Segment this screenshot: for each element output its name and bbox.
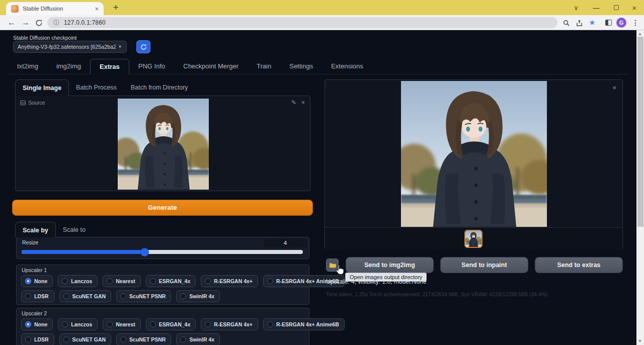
source-label-row: Source	[20, 100, 45, 106]
source-label: Source	[28, 100, 45, 106]
gallery-thumbnail-strip	[325, 227, 622, 250]
checkpoint-dropdown[interactable]: Anything-V3-fp32.safetensors [625a2ba2] …	[13, 41, 127, 53]
upscaler1-panel: Upscaler 1 None Lanczos Nearest ESRGAN_4…	[16, 265, 309, 305]
extras-left-column: Single Image Batch Process Batch from Di…	[12, 79, 313, 345]
upscaler1-option-swinir4x[interactable]: SwinIR 4x	[176, 290, 220, 302]
performance-info-text: Time taken: 1.25s Torch active/reserved:…	[326, 291, 548, 297]
side-panel-icon[interactable]	[602, 16, 615, 29]
tab-scale-by[interactable]: Scale by	[15, 222, 56, 237]
gallery-close-icon[interactable]: ×	[612, 84, 616, 92]
upscaler1-option-esrgan4x[interactable]: ESRGAN_4x	[146, 275, 196, 287]
window-menu-chevron-icon[interactable]: ∨	[569, 0, 584, 15]
mouse-cursor-hand-icon	[335, 264, 345, 277]
upscaler2-option-nearest[interactable]: Nearest	[103, 318, 141, 330]
scrollbar-thumb[interactable]	[637, 37, 643, 227]
new-tab-button[interactable]: +	[110, 2, 122, 14]
tab-batch-from-directory[interactable]: Batch from Directory	[124, 79, 195, 96]
tab-img2img[interactable]: img2img	[47, 59, 90, 74]
url-text: 127.0.0.1:7860	[64, 19, 106, 26]
browser-tab[interactable]: Stable Diffusion ×	[6, 2, 104, 15]
upscaler1-option-resrgan4x[interactable]: R-ESRGAN 4x+	[201, 275, 258, 287]
tab-extensions[interactable]: Extensions	[322, 59, 372, 74]
browser-tab-title: Stable Diffusion	[23, 6, 94, 12]
tab-train[interactable]: Train	[248, 59, 280, 74]
checkpoint-value: Anything-V3-fp32.safetensors [625a2ba2]	[18, 44, 116, 50]
window-close-button[interactable]: ×	[627, 0, 642, 15]
send-to-extras-button[interactable]: Send to extras	[535, 257, 623, 273]
tab-settings[interactable]: Settings	[280, 59, 322, 74]
back-icon[interactable]: ←	[5, 16, 18, 29]
tab-png-info[interactable]: PNG Info	[129, 59, 174, 74]
upscaler2-label: Upscaler 2	[22, 310, 47, 316]
image-icon	[20, 100, 26, 106]
tab-extras[interactable]: Extras	[90, 59, 129, 74]
site-info-icon[interactable]: ⓘ	[53, 19, 59, 27]
gallery-thumbnail-selected[interactable]	[464, 230, 482, 248]
upscaler2-panel: Upscaler 2 None Lanczos Nearest ESRGAN_4…	[16, 308, 309, 345]
upscaler1-option-ldsr[interactable]: LDSR	[21, 290, 54, 302]
avatar[interactable]: G	[615, 16, 628, 29]
scrollbar-up-arrow[interactable]	[638, 33, 641, 35]
tab-txt2img[interactable]: txt2img	[8, 59, 47, 74]
resize-label: Resize	[22, 239, 38, 245]
browser-menu-icon[interactable]: ⋮	[629, 16, 642, 29]
stable-diffusion-favicon-icon	[11, 5, 19, 13]
resize-value-input[interactable]: 4	[264, 239, 307, 247]
extras-right-column: × Send to img2img Send to inpaint Send t…	[325, 79, 623, 341]
gallery-actions-row: Send to img2img Send to inpaint Send to …	[325, 257, 623, 273]
result-gallery: ×	[325, 79, 623, 250]
send-to-inpaint-button[interactable]: Send to inpaint	[440, 257, 528, 273]
chevron-down-icon: ▼	[118, 44, 122, 49]
upscaler2-option-lanczos[interactable]: Lanczos	[58, 318, 98, 330]
image-source-tab-bar: Single Image Batch Process Batch from Di…	[15, 79, 195, 96]
page-scrollbar[interactable]	[636, 30, 644, 345]
upscaler1-option-none[interactable]: None	[21, 275, 53, 287]
main-tab-bar: txt2img img2img Extras PNG Info Checkpoi…	[8, 59, 629, 74]
share-icon[interactable]	[573, 16, 586, 29]
resize-slider[interactable]	[22, 250, 303, 254]
upscaler2-option-ldsr[interactable]: LDSR	[21, 333, 54, 345]
scale-tab-bar: Scale by Scale to	[15, 222, 93, 237]
checkpoint-label: Stable Diffusion checkpoint	[13, 35, 76, 41]
upscaler2-option-esrgan4x[interactable]: ESRGAN_4x	[146, 318, 196, 330]
tab-checkpoint-merger[interactable]: Checkpoint Merger	[174, 59, 248, 74]
bookmark-star-icon[interactable]: ★	[586, 16, 599, 29]
clear-image-icon[interactable]: ×	[301, 99, 305, 106]
source-image-dropzone[interactable]: Source ✎ ×	[15, 96, 310, 191]
upscaler1-option-scunet-psnr[interactable]: ScuNET PSNR	[116, 290, 171, 302]
upscaler2-option-swinir4x[interactable]: SwinIR 4x	[176, 333, 220, 345]
upscaler1-label: Upscaler 1	[22, 267, 47, 273]
upscaler1-option-nearest[interactable]: Nearest	[103, 275, 141, 287]
upscaler2-option-resrgan4x[interactable]: R-ESRGAN 4x+	[201, 318, 258, 330]
window-minimize-button[interactable]: —	[589, 0, 604, 15]
browser-tab-bar: Stable Diffusion × + ∨ — ×	[0, 0, 644, 15]
address-bar[interactable]: ⓘ 127.0.0.1:7860	[47, 17, 557, 28]
send-to-img2img-button[interactable]: Send to img2img	[346, 257, 434, 273]
result-image[interactable]	[401, 81, 547, 227]
tab-close-icon[interactable]: ×	[94, 5, 100, 13]
source-image	[118, 99, 209, 190]
reload-icon[interactable]	[32, 16, 45, 29]
screenshot-root: Stable Diffusion × + ∨ — × ← → ⓘ 127.0.0…	[0, 0, 644, 345]
resize-panel: Resize 4	[16, 237, 309, 259]
edit-image-icon[interactable]: ✎	[291, 99, 296, 106]
stable-diffusion-page: Stable Diffusion checkpoint Anything-V3-…	[0, 30, 644, 345]
tab-scale-to[interactable]: Scale to	[56, 222, 93, 237]
folder-button-tooltip: Open images output directory	[345, 273, 427, 282]
upscaler1-option-lanczos[interactable]: Lanczos	[58, 275, 98, 287]
window-maximize-button[interactable]	[609, 0, 624, 15]
upscaler2-option-scunet-gan[interactable]: ScuNET GAN	[59, 333, 112, 345]
forward-icon[interactable]: →	[19, 16, 32, 29]
zoom-icon[interactable]	[559, 16, 573, 29]
upscaler1-option-scunet-gan[interactable]: ScuNET GAN	[59, 290, 112, 302]
generate-button[interactable]: Generate	[12, 200, 313, 216]
upscaler2-option-scunet-psnr[interactable]: ScuNET PSNR	[116, 333, 171, 345]
slider-thumb[interactable]	[141, 248, 148, 256]
slider-fill	[22, 250, 144, 254]
tab-batch-process[interactable]: Batch Process	[69, 79, 124, 96]
refresh-checkpoint-button[interactable]	[136, 40, 150, 53]
tab-single-image[interactable]: Single Image	[15, 79, 69, 96]
scrollbar-down-arrow[interactable]	[638, 340, 641, 342]
upscaler2-option-none[interactable]: None	[21, 318, 53, 330]
